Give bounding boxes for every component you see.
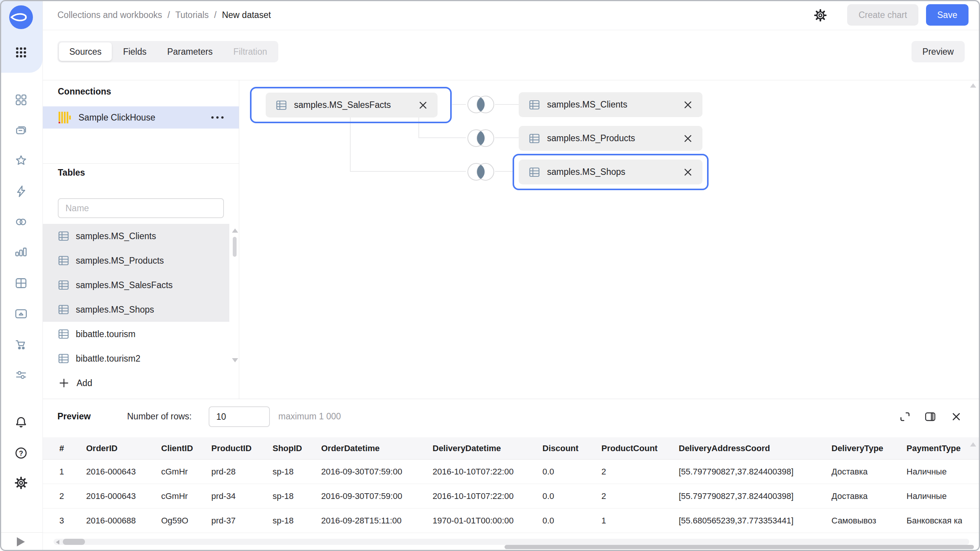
preview-hscrollbar-thumb[interactable]	[63, 539, 85, 545]
help-icon[interactable]: ?	[14, 446, 28, 460]
cell: 1	[59, 467, 86, 477]
table-list-item[interactable]: samples.MS_Products	[43, 248, 229, 273]
tab-sources[interactable]: Sources	[59, 42, 112, 61]
column-header: ProductID	[211, 443, 273, 453]
close-preview-icon[interactable]	[950, 411, 962, 423]
breadcrumb-item[interactable]: Collections and workbooks	[57, 10, 162, 20]
rows-count-label: Number of rows:	[127, 411, 192, 422]
collections-icon[interactable]	[14, 123, 28, 137]
table-list-item[interactable]: samples.MS_SalesFacts	[43, 273, 229, 297]
cell: 2016-000643	[86, 467, 161, 477]
scroll-up-icon[interactable]	[232, 228, 238, 233]
settings-icon[interactable]	[14, 476, 28, 490]
svg-text:?: ?	[19, 450, 23, 457]
add-table-button[interactable]: Add	[43, 371, 229, 395]
connection-item[interactable]: Sample ClickHouse	[43, 106, 239, 129]
table-icon	[58, 279, 69, 291]
tables-scrollbar-thumb[interactable]	[233, 237, 237, 257]
cell: sp-18	[273, 491, 321, 501]
scroll-down-icon[interactable]	[232, 358, 238, 362]
page-title: New dataset	[222, 10, 271, 20]
notifications-icon[interactable]	[14, 415, 28, 430]
plus-icon	[59, 378, 69, 388]
table-list-item[interactable]: bibattle.tourism2	[43, 346, 229, 371]
source-node-salesfacts[interactable]: samples.MS_SalesFacts	[266, 93, 438, 117]
expand-preview-icon[interactable]	[899, 411, 911, 423]
cell: 1	[601, 516, 679, 526]
join-type-inner-icon[interactable]	[465, 95, 497, 114]
panel-divider	[43, 163, 239, 164]
tab-parameters[interactable]: Parameters	[157, 42, 223, 61]
charts-icon[interactable]	[14, 245, 28, 260]
dataset-settings-gear-icon[interactable]	[813, 8, 828, 23]
join-connector-line	[418, 117, 419, 138]
cell: Доставка	[831, 491, 906, 501]
table-icon	[276, 99, 287, 111]
dataset-tabs: Sources Fields Parameters Filtration	[57, 41, 278, 62]
sources-side-panel: Connections Sample ClickHouse Tables sam…	[43, 80, 239, 399]
source-node-label: samples.MS_SalesFacts	[294, 100, 391, 110]
split-view-icon[interactable]	[924, 411, 936, 423]
cell: 2	[601, 467, 679, 477]
preview-hscrollbar-track[interactable]	[54, 539, 969, 545]
tab-filtration[interactable]: Filtration	[223, 42, 278, 61]
table-list-item[interactable]: bibattle.tourism	[43, 322, 229, 346]
datalens-logo-icon[interactable]	[8, 5, 34, 30]
preview-toggle-button[interactable]: Preview	[911, 41, 965, 62]
cell: Самовывоз	[831, 516, 906, 526]
source-node-products[interactable]: samples.MS_Products	[519, 126, 702, 151]
breadcrumb-separator: /	[168, 10, 170, 20]
table-icon	[529, 166, 540, 178]
tab-fields[interactable]: Fields	[113, 42, 157, 61]
rows-count-input[interactable]	[209, 406, 270, 427]
marketplace-icon[interactable]	[14, 337, 28, 352]
scroll-left-icon[interactable]	[56, 540, 59, 544]
remove-source-icon[interactable]	[683, 134, 693, 143]
source-node-shops[interactable]: samples.MS_Shops	[519, 160, 702, 184]
tables-title: Tables	[58, 168, 85, 178]
table-list-item[interactable]: samples.MS_Shops	[43, 297, 229, 322]
join-connector-line	[418, 137, 466, 138]
preview-scroll-up-icon[interactable]	[970, 442, 976, 447]
breadcrumb-item[interactable]: Tutorials	[175, 10, 209, 20]
cell: [55.797790827,37.824400398]	[679, 467, 831, 477]
expand-panel-icon[interactable]	[17, 537, 25, 546]
column-header: ProductCount	[601, 443, 679, 453]
join-type-inner-icon[interactable]	[465, 162, 497, 182]
datasets-icon[interactable]	[14, 215, 28, 229]
column-header: DeliveryType	[831, 443, 906, 453]
create-chart-button[interactable]: Create chart	[847, 4, 918, 26]
connection-more-icon[interactable]	[211, 116, 224, 119]
rows-max-hint: maximum 1 000	[278, 411, 341, 422]
connections-icon[interactable]	[14, 184, 28, 199]
apps-grid-icon[interactable]	[15, 46, 28, 59]
cell: 2016-10-10T07:22:00	[433, 467, 542, 477]
cell: 2016-09-30T07:59:00	[321, 491, 433, 501]
cell: prd-28	[211, 467, 273, 477]
remove-source-icon[interactable]	[683, 168, 693, 177]
sidebar-footer	[0, 532, 42, 551]
cell: sp-18	[273, 467, 321, 477]
cell: 2	[59, 491, 86, 501]
join-connector-line	[495, 171, 513, 172]
cell: [55.680565239,37.773353441]	[679, 516, 831, 526]
services-icon[interactable]	[14, 368, 28, 382]
remove-source-icon[interactable]	[418, 101, 428, 110]
dashboards-icon[interactable]	[14, 276, 28, 290]
page-hscrollbar-thumb[interactable]	[505, 545, 974, 549]
source-node-clients[interactable]: samples.MS_Clients	[519, 92, 702, 117]
join-type-inner-icon[interactable]	[465, 128, 497, 148]
table-search-input[interactable]	[58, 198, 224, 218]
save-button[interactable]: Save	[926, 4, 969, 26]
favorites-icon[interactable]	[14, 153, 28, 168]
cell: 2016-000688	[86, 516, 161, 526]
remove-source-icon[interactable]	[683, 100, 693, 109]
spaces-icon[interactable]	[14, 93, 28, 107]
column-header: OrderDatetime	[321, 443, 433, 453]
table-list-item[interactable]: samples.MS_Clients	[43, 224, 229, 248]
storage-icon[interactable]	[14, 306, 28, 321]
join-connector-line	[452, 104, 466, 105]
canvas-scroll-up-icon[interactable]	[970, 83, 976, 88]
table-name: samples.MS_Shops	[76, 305, 154, 315]
preview-table-header: # OrderID ClientID ProductID ShopID Orde…	[42, 437, 980, 460]
